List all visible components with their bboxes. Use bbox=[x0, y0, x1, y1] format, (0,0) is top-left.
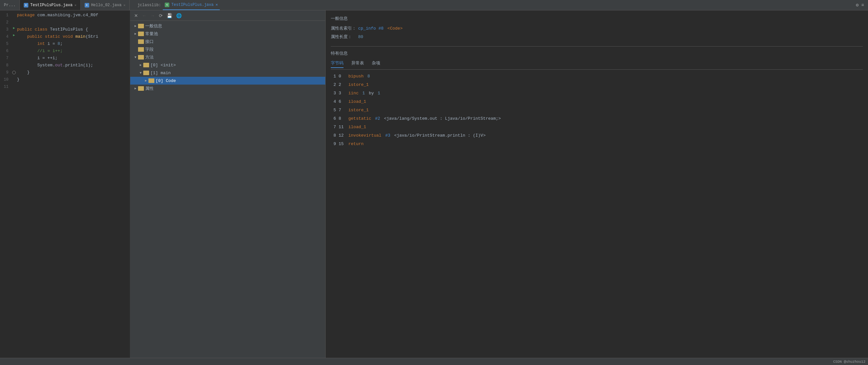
code-line-2: 2 bbox=[0, 19, 130, 26]
bc-rownum-8: 8 bbox=[331, 131, 337, 140]
tree-item-method-init[interactable]: ► [0] <init> bbox=[130, 61, 325, 69]
tree-label-constant-pool: 常量池 bbox=[145, 31, 158, 37]
code-area[interactable]: 1 package com.mashibing.jvm.c4_R0f 2 3 ▶… bbox=[0, 10, 130, 358]
tree-item-general-info[interactable]: ► 一般信息 bbox=[130, 22, 325, 30]
code-line-7: 7 i = ++i; bbox=[0, 55, 130, 62]
bc-instr-1: bipush 8 bbox=[347, 72, 863, 81]
attr-name-label: 属性名索引： bbox=[331, 25, 357, 31]
gutter-9 bbox=[11, 69, 17, 74]
tab-misc[interactable]: 杂项 bbox=[372, 60, 380, 68]
code-line-9: 9 } bbox=[0, 69, 130, 76]
tree-label-method-init: [0] <init> bbox=[150, 63, 176, 68]
attr-len-row: 属性长度： 80 bbox=[331, 34, 863, 40]
bc-instr-2: istore_1 bbox=[347, 81, 863, 89]
jclass-toolbar: ✕ ← → ⟳ 💾 🌐 bbox=[130, 10, 325, 21]
tree-item-interface[interactable]: ► 接口 bbox=[130, 38, 325, 45]
gutter-4: ▶ bbox=[11, 33, 17, 37]
toolbar-close-button[interactable]: ✕ bbox=[133, 12, 140, 19]
tab-bytecode[interactable]: 字节码 bbox=[331, 60, 343, 68]
code-line-10: 10 } bbox=[0, 76, 130, 83]
tree-item-methods[interactable]: ▼ 方法 bbox=[130, 53, 325, 61]
tree-label-attributes: 属性 bbox=[145, 86, 154, 91]
jclass-label: jclasslib: bbox=[137, 3, 161, 7]
toolbar-save-button[interactable]: 💾 bbox=[165, 12, 174, 19]
tree-arrow-general-info: ► bbox=[133, 24, 138, 28]
folder-icon-constant-pool bbox=[138, 32, 144, 36]
info-panel: 一般信息 属性名索引： cp_info #8 <Code> 属性长度： 80 特… bbox=[326, 10, 868, 358]
line-content-4: public static void main(Stri bbox=[17, 33, 129, 40]
folder-icon-attributes bbox=[138, 86, 144, 91]
line-num-9: 9 bbox=[1, 69, 11, 76]
line-num-1: 1 bbox=[1, 12, 11, 19]
tree-item-attributes[interactable]: ► 属性 bbox=[130, 85, 325, 92]
tab-project[interactable]: Pr... bbox=[0, 0, 20, 10]
run-arrow-3[interactable]: ▶ bbox=[13, 26, 15, 30]
tab-exceptions[interactable]: 异常表 bbox=[351, 60, 364, 68]
attr-name-link[interactable]: cp_info #8 bbox=[358, 26, 383, 31]
folder-icon-method-main bbox=[143, 71, 149, 75]
bc-offset-7: 11 bbox=[337, 123, 347, 131]
tab-hello02-label: Hello_02.java bbox=[91, 3, 122, 7]
attr-name-row: 属性名索引： cp_info #8 <Code> bbox=[331, 25, 863, 31]
bc-offset-9: 15 bbox=[337, 140, 347, 148]
bc-row-2: 2 2 istore_1 bbox=[331, 81, 863, 89]
bc-instr-8: invokevirtual #3 <java/io/PrintStream.pr… bbox=[347, 131, 863, 140]
attr-name-extra: <Code> bbox=[388, 26, 403, 31]
code-line-1: 1 package com.mashibing.jvm.c4_R0f bbox=[0, 12, 130, 19]
close-jclass-tab[interactable]: ✕ bbox=[216, 2, 218, 7]
tree-area[interactable]: ► 一般信息 ► 常量池 ► 接口 ► bbox=[130, 21, 325, 358]
attr-len-num: 80 bbox=[358, 34, 363, 39]
bc-instr-4: iload_1 bbox=[347, 98, 863, 106]
tree-item-code[interactable]: ► [0] Code bbox=[130, 77, 325, 85]
folder-icon-method-init bbox=[143, 63, 149, 67]
line-num-6: 6 bbox=[1, 47, 11, 55]
attr-name-value: cp_info #8 <Code> bbox=[358, 26, 403, 31]
bc-row-9: 9 15 return bbox=[331, 140, 863, 148]
line-num-3: 3 bbox=[1, 26, 11, 33]
line-num-11: 11 bbox=[1, 83, 11, 91]
tree-item-fields[interactable]: ► 字段 bbox=[130, 45, 325, 53]
bc-offset-6: 8 bbox=[337, 114, 347, 123]
bytecode-tabs: 字节码 异常表 杂项 bbox=[331, 60, 863, 70]
jclass-tab-label: TestIPulsPlus.java bbox=[171, 3, 214, 7]
folder-icon-methods bbox=[138, 55, 144, 60]
line-num-8: 8 bbox=[1, 62, 11, 69]
toolbar-refresh-button[interactable]: ⟳ bbox=[158, 12, 164, 19]
tree-arrow-constant-pool: ► bbox=[133, 32, 138, 36]
code-line-6: 6 //i = i++; bbox=[0, 47, 130, 55]
jclass-java-icon: C bbox=[165, 3, 169, 7]
special-info-title: 特有信息 bbox=[331, 51, 863, 56]
bc-offset-8: 12 bbox=[337, 131, 347, 140]
tab-hello02[interactable]: C Hello_02.java ✕ bbox=[81, 0, 130, 10]
tree-label-general-info: 一般信息 bbox=[145, 23, 162, 29]
bc-offset-1: 0 bbox=[337, 72, 347, 81]
code-line-8: 8 System.out.println(i); bbox=[0, 62, 130, 69]
settings-button[interactable]: ⚙ ≡ bbox=[852, 2, 868, 8]
line-content-7: i = ++i; bbox=[17, 55, 129, 62]
toolbar-back-button[interactable]: ← bbox=[141, 12, 148, 19]
code-line-11: 11 bbox=[0, 83, 130, 91]
folder-icon-code bbox=[149, 78, 154, 83]
bc-row-7: 7 11 iload_1 bbox=[331, 123, 863, 131]
gutter-3: ▶ bbox=[11, 26, 17, 30]
toolbar-forward-button[interactable]: → bbox=[149, 12, 156, 19]
tree-item-method-main[interactable]: ▼ [1] main bbox=[130, 69, 325, 77]
close-tab-testipulsplus[interactable]: ✕ bbox=[74, 3, 76, 7]
line-num-7: 7 bbox=[1, 55, 11, 62]
bc-row-1: 1 0 bipush 8 bbox=[331, 72, 863, 81]
line-content-9: } bbox=[17, 69, 129, 76]
jclass-tab[interactable]: C TestIPulsPlus.java ✕ bbox=[163, 0, 220, 10]
tab-testipulsplus[interactable]: C TestIPulsPlus.java ✕ bbox=[20, 0, 81, 10]
java-icon-1: C bbox=[24, 3, 28, 7]
bc-row-4: 4 6 iload_1 bbox=[331, 98, 863, 106]
toolbar-web-button[interactable]: 🌐 bbox=[175, 12, 183, 19]
tree-item-constant-pool[interactable]: ► 常量池 bbox=[130, 30, 325, 38]
info-divider bbox=[331, 46, 863, 46]
close-tab-hello02[interactable]: ✕ bbox=[123, 3, 125, 7]
attr-len-label: 属性长度： bbox=[331, 34, 357, 40]
run-arrow-4[interactable]: ▶ bbox=[13, 33, 15, 37]
line-content-5: int i = 8; bbox=[17, 40, 129, 47]
bc-rownum-5: 5 bbox=[331, 106, 337, 114]
code-line-4: 4 ▶ public static void main(Stri bbox=[0, 33, 130, 40]
line-num-4: 4 bbox=[1, 33, 11, 40]
